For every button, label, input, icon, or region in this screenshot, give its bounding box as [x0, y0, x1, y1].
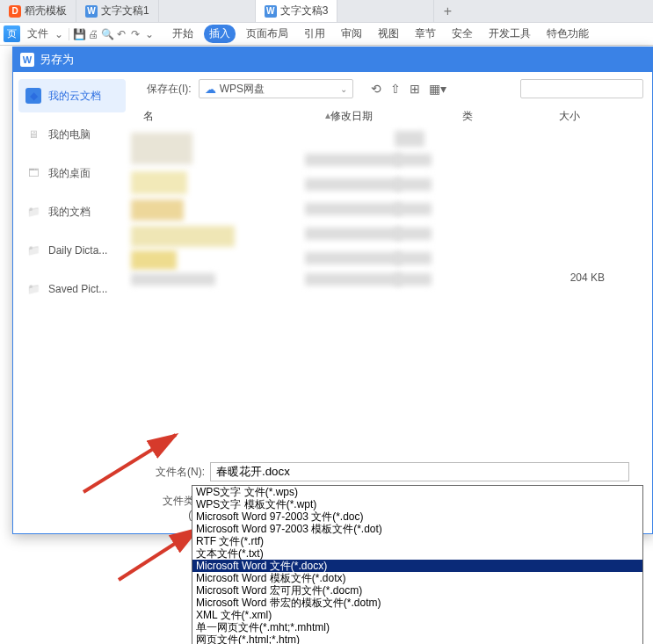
- monitor-icon: [25, 127, 41, 142]
- file-list[interactable]: 204 KB: [131, 127, 647, 453]
- location-label: 保存在(I):: [147, 82, 192, 97]
- menu-security[interactable]: 安全: [446, 25, 478, 43]
- tab-label: 文字文稿1: [101, 4, 149, 18]
- dialog-titlebar: W 另存为: [13, 47, 652, 72]
- location-sidebar: ◆ 我的云文档 我的电脑 我的桌面 我的文档 Daily Dicta...: [13, 72, 131, 533]
- sidebar-item-label: 我的云文档: [48, 89, 101, 104]
- sidebar-item-saved[interactable]: Saved Pict...: [18, 272, 126, 306]
- preview-icon[interactable]: 🔍: [100, 28, 114, 40]
- word-icon: W: [85, 5, 98, 18]
- filetype-option[interactable]: RTF 文件(*.rtf): [192, 535, 642, 547]
- file-list-header: 名 ▴ 修改日期 类 大小: [131, 105, 647, 127]
- ribbon-menu: 开始 插入 页面布局 引用 审阅 视图 章节 安全 开发工具 特色功能: [167, 25, 594, 43]
- desktop-icon: [25, 165, 41, 181]
- filetype-option[interactable]: Microsoft Word 模板文件(*.dotx): [192, 572, 642, 584]
- filetype-option[interactable]: WPS文字 文件(*.wps): [192, 486, 642, 498]
- redo-icon[interactable]: ↷: [128, 28, 142, 40]
- filename-label: 文件名(N):: [149, 465, 205, 480]
- sidebar-item-label: 我的文档: [48, 205, 91, 220]
- location-combo[interactable]: ☁ WPS网盘 ⌄: [199, 79, 353, 98]
- folder-icon: [25, 204, 41, 220]
- wps-icon: W: [20, 53, 34, 67]
- tab-doc1[interactable]: W 文字文稿1: [76, 0, 159, 22]
- filetype-dropdown[interactable]: WPS文字 文件(*.wps)WPS文字 模板文件(*.wpt)Microsof…: [192, 485, 643, 644]
- chevron-down-icon[interactable]: ⌄: [142, 28, 156, 40]
- sidebar-item-label: 我的桌面: [48, 166, 91, 181]
- filetype-option[interactable]: 网页文件(*.html;*.htm): [192, 633, 642, 644]
- filetype-option[interactable]: Microsoft Word 宏可用文件(*.docm): [192, 584, 642, 597]
- view-icon[interactable]: ▦▾: [429, 82, 446, 96]
- sidebar-item-label: 我的电脑: [48, 127, 91, 142]
- daohe-icon: D: [9, 5, 21, 18]
- ribbon-toolbar: 页 文件 ⌄ 💾 🖨 🔍 ↶ ↷ ⌄ 开始 插入 页面布局 引用 审阅 视图 章…: [0, 23, 653, 46]
- col-name[interactable]: 名: [143, 109, 352, 124]
- sidebar-item-cloud[interactable]: ◆ 我的云文档: [18, 79, 126, 112]
- col-type[interactable]: 类: [462, 109, 559, 124]
- menu-insert[interactable]: 插入: [204, 25, 236, 43]
- filetype-option[interactable]: 单一网页文件(*.mht;*.mhtml): [192, 621, 642, 633]
- save-as-dialog: W 另存为 ◆ 我的云文档 我的电脑 我的桌面 我的文档 Dail: [12, 47, 653, 534]
- menu-dev[interactable]: 开发工具: [483, 25, 536, 43]
- sidebar-item-label: Daily Dicta...: [48, 244, 107, 257]
- location-value: WPS网盘: [220, 82, 265, 97]
- dialog-title: 另存为: [40, 52, 74, 68]
- new-folder-icon[interactable]: ⊞: [410, 82, 420, 96]
- undo-icon[interactable]: ↶: [114, 28, 128, 40]
- tab-daohe[interactable]: D 稻壳模板: [0, 0, 76, 22]
- folder-icon: [25, 242, 41, 258]
- tab-doc3[interactable]: W 文字文稿3: [256, 0, 338, 22]
- svg-line-1: [119, 529, 198, 580]
- file-size: 204 KB: [570, 271, 605, 284]
- filetype-option[interactable]: Microsoft Word 文件(*.docx): [192, 560, 642, 572]
- menu-start[interactable]: 开始: [167, 25, 199, 43]
- filetype-option[interactable]: Microsoft Word 97-2003 模板文件(*.dot): [192, 523, 642, 535]
- location-row: 保存在(I): ☁ WPS网盘 ⌄ ⟲ ⇧ ⊞ ▦▾: [131, 72, 647, 105]
- sidebar-item-label: Saved Pict...: [48, 283, 107, 295]
- page-indicator[interactable]: 页: [4, 25, 20, 42]
- sidebar-item-desktop[interactable]: 我的桌面: [18, 156, 126, 190]
- tab-add-button[interactable]: +: [434, 0, 461, 22]
- chevron-down-icon: ⌄: [340, 84, 347, 94]
- print-icon[interactable]: 🖨: [86, 28, 100, 40]
- sidebar-item-computer[interactable]: 我的电脑: [18, 118, 126, 151]
- filetype-option[interactable]: XML 文件(*.xml): [192, 609, 642, 621]
- sidebar-item-daily[interactable]: Daily Dicta...: [18, 234, 126, 267]
- tab-label: 稻壳模板: [25, 4, 67, 18]
- menu-review[interactable]: 审阅: [336, 25, 367, 43]
- up-folder-icon[interactable]: ⇧: [390, 82, 401, 96]
- col-size[interactable]: 大小: [559, 109, 647, 124]
- tab-label: 文字文稿3: [280, 4, 329, 18]
- filetype-option[interactable]: WPS文字 模板文件(*.wpt): [192, 498, 642, 510]
- menu-special[interactable]: 特色功能: [541, 25, 594, 43]
- cloud-icon: ☁: [205, 83, 216, 96]
- chevron-down-icon[interactable]: ⌄: [52, 28, 66, 40]
- save-icon[interactable]: 💾: [72, 28, 86, 40]
- filetype-option[interactable]: Microsoft Word 97-2003 文件(*.doc): [192, 510, 642, 523]
- menu-section[interactable]: 章节: [410, 25, 441, 43]
- col-date[interactable]: 修改日期: [330, 109, 462, 124]
- word-icon: W: [265, 5, 277, 18]
- filetype-option[interactable]: 文本文件(*.txt): [192, 547, 642, 560]
- back-icon[interactable]: ⟲: [371, 82, 381, 96]
- folder-icon: [25, 281, 41, 297]
- search-input[interactable]: [520, 79, 643, 98]
- cube-icon: ◆: [25, 88, 41, 104]
- menu-layout[interactable]: 页面布局: [241, 25, 294, 43]
- file-menu[interactable]: 文件: [24, 26, 52, 41]
- sidebar-item-documents[interactable]: 我的文档: [18, 195, 126, 228]
- filetype-option[interactable]: Microsoft Word 带宏的模板文件(*.dotm): [192, 597, 642, 609]
- filename-input[interactable]: [210, 462, 629, 481]
- menu-view[interactable]: 视图: [373, 25, 404, 43]
- menu-ref[interactable]: 引用: [299, 25, 330, 43]
- app-tab-bar: D 稻壳模板 W 文字文稿1 W 文字文稿3 +: [0, 0, 653, 23]
